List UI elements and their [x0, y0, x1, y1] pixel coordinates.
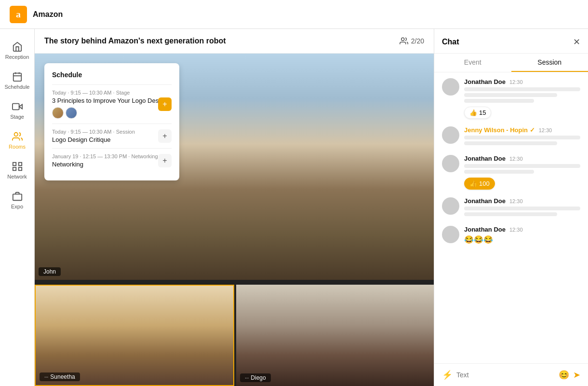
msg-line-3b	[464, 170, 534, 174]
emoji-picker-button[interactable]: 😊	[559, 370, 569, 380]
schedule-overlay: Schedule Today · 9:15 — 10:30 AM · Stage…	[44, 63, 179, 180]
svg-rect-9	[13, 163, 15, 165]
people-icon	[400, 37, 408, 45]
sidebar: Reception Schehdule Stage Rooms Network …	[0, 29, 35, 386]
video-icon	[12, 101, 23, 112]
sidebar-item-network[interactable]: Network	[2, 156, 33, 184]
svg-rect-12	[18, 167, 21, 170]
suneetha-label: ··· Suneetha	[40, 372, 80, 381]
schedule-add-btn-2[interactable]: +	[158, 129, 172, 143]
sidebar-item-expo[interactable]: Expo	[2, 186, 33, 214]
schedule-add-btn-3[interactable]: +	[158, 154, 172, 167]
chat-message-4: Jonathan Doe 12:30	[442, 197, 580, 218]
video-diego: ··· Diego	[236, 285, 434, 386]
bubble-1: Jonathan Doe 12:30 👍 15	[464, 78, 580, 119]
bottom-videos: ··· Suneetha ··· Diego	[35, 285, 434, 386]
app-title: Amazon	[33, 10, 63, 19]
msg-line-1b	[464, 93, 557, 97]
schedule-name-2: Logo Design Critique	[52, 136, 172, 143]
calendar-icon	[12, 71, 23, 82]
sidebar-label-rooms: Rooms	[9, 144, 26, 150]
sidebar-item-stage[interactable]: Stage	[2, 96, 33, 124]
amazon-logo: a	[10, 6, 27, 23]
main-video-name: John	[39, 267, 61, 276]
bubble-2: Jenny Wilson - Hopin ✓ 12:30	[464, 126, 580, 147]
network-icon	[12, 161, 23, 172]
svg-rect-7	[12, 104, 19, 110]
speaker-avatars	[52, 107, 172, 119]
msg-name-4: Jonathan Doe	[464, 197, 506, 205]
tab-session[interactable]: Session	[511, 54, 588, 72]
chat-message-5: Jonathan Doe 12:30 😂😂😂	[442, 226, 580, 244]
svg-rect-2	[13, 73, 21, 82]
schedule-name-3: Networking	[52, 161, 172, 168]
lightning-icon: ⚡	[442, 370, 453, 380]
main-content: The story behind Amazon's next generatio…	[35, 29, 434, 386]
reaction-count-100: 100	[479, 180, 490, 187]
msg-time-2: 12:30	[539, 127, 552, 133]
msg-name-5: Jonathan Doe	[464, 226, 506, 233]
main-video: Schedule Today · 9:15 — 10:30 AM · Stage…	[35, 54, 434, 280]
svg-rect-13	[13, 194, 21, 200]
bubble-5: Jonathan Doe 12:30 😂😂😂	[464, 226, 580, 244]
schedule-meta-1: Today · 9:15 — 10:30 AM · Stage	[52, 90, 172, 96]
chat-panel: Chat ✕ Event Session Jonathan Doe 12:30 …	[434, 29, 588, 386]
reaction-100[interactable]: 👍 100	[464, 178, 495, 190]
svg-marker-6	[19, 104, 22, 109]
event-header: The story behind Amazon's next generatio…	[35, 29, 434, 54]
msg-time-1: 12:30	[509, 79, 523, 85]
video-suneetha: ··· Suneetha	[35, 285, 234, 386]
msg-line-4b	[464, 212, 557, 216]
chat-tabs: Event Session	[434, 54, 588, 72]
sidebar-item-reception[interactable]: Reception	[2, 37, 33, 65]
sidebar-item-schedule[interactable]: Schehdule	[2, 67, 33, 95]
chat-title: Chat	[442, 38, 459, 46]
rooms-icon	[12, 131, 23, 142]
avatar-jonathan-4	[442, 197, 459, 215]
avatar-1	[52, 107, 64, 119]
avatar-2	[66, 107, 77, 119]
schedule-meta-2: Today · 9:15 — 10:30 AM · Session	[52, 129, 172, 135]
name-time-2: Jenny Wilson - Hopin ✓ 12:30	[464, 126, 580, 134]
msg-time-5: 12:30	[509, 227, 523, 233]
sidebar-label-reception: Reception	[5, 54, 29, 60]
sidebar-label-network: Network	[7, 174, 27, 179]
expo-icon	[12, 191, 23, 202]
msg-line-2a	[464, 136, 580, 139]
svg-rect-10	[18, 163, 21, 165]
chat-close-icon[interactable]: ✕	[573, 37, 580, 47]
reaction-like-15[interactable]: 👍 15	[464, 107, 491, 119]
topbar: a Amazon	[0, 0, 588, 29]
home-icon	[12, 41, 23, 52]
msg-line-4a	[464, 207, 580, 210]
attendee-count-text: 2/20	[411, 37, 424, 45]
thumbsup-icon: 👍	[469, 109, 477, 116]
msg-name-jenny: Jenny Wilson - Hopin ✓	[464, 126, 535, 134]
diego-label: ··· Diego	[240, 373, 271, 382]
schedule-name-1: 3 Principles to Improve Your Logo Design	[52, 97, 172, 104]
msg-time-3: 12:30	[509, 156, 523, 162]
thumbsup-icon-orange: 👍	[469, 180, 477, 187]
reaction-count-15: 15	[479, 109, 486, 116]
tab-event[interactable]: Event	[434, 54, 511, 72]
send-button[interactable]: ➤	[573, 370, 580, 380]
chat-text-input[interactable]	[456, 371, 555, 379]
video-area: Schedule Today · 9:15 — 10:30 AM · Stage…	[35, 54, 434, 386]
msg-name-1: Jonathan Doe	[464, 78, 506, 85]
svg-point-8	[14, 133, 17, 136]
schedule-item-2: Today · 9:15 — 10:30 AM · Session Logo D…	[52, 124, 172, 148]
msg-time-4: 12:30	[509, 198, 523, 204]
chat-message-3: Jonathan Doe 12:30 👍 100	[442, 155, 580, 190]
avatar-jonathan-1	[442, 78, 459, 96]
chat-message-1: Jonathan Doe 12:30 👍 15	[442, 78, 580, 119]
name-time-5: Jonathan Doe 12:30	[464, 226, 580, 233]
name-time-3: Jonathan Doe 12:30	[464, 155, 580, 162]
attendee-count: 2/20	[400, 37, 424, 45]
schedule-add-btn-1[interactable]: +	[158, 97, 172, 111]
sidebar-item-rooms[interactable]: Rooms	[2, 126, 33, 154]
sidebar-label-stage: Stage	[10, 114, 24, 120]
name-time-1: Jonathan Doe 12:30	[464, 78, 580, 85]
msg-line-3a	[464, 164, 580, 168]
sidebar-label-expo: Expo	[11, 204, 23, 209]
schedule-title: Schedule	[52, 71, 172, 79]
